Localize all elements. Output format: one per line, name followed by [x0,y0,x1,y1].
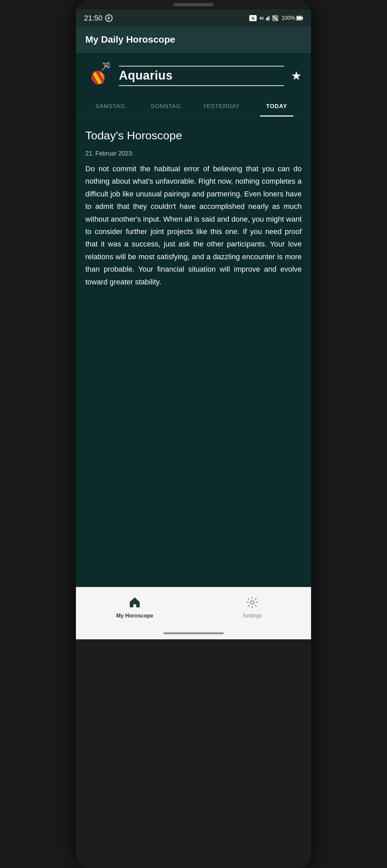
battery-display: 100% ⚡ [281,15,303,21]
notch-pill [173,3,214,6]
svg-rect-5 [266,18,267,21]
sign-name-wrapper: Aquarius [119,66,284,86]
favorite-star-button[interactable]: ★ [291,69,302,83]
tab-sonntag[interactable]: SONNTAG [138,96,194,117]
nav-settings-label: Settings [242,613,262,619]
horoscope-date: 21. Februar 2023: [85,150,302,157]
home-indicator [76,627,311,639]
sign-selector: Aquarius ★ [76,53,311,96]
home-pill [163,632,224,634]
sign-emoji [85,61,112,91]
svg-text:P: P [108,16,110,21]
status-bar: 21:50 P N 4G [76,9,311,27]
horoscope-title: Today's Horoscope [85,129,302,142]
tab-samstag[interactable]: SAMSTAG [83,96,138,117]
phone-frame: 21:50 P N 4G [76,0,311,868]
tab-today[interactable]: TODAY [249,96,304,117]
battery-percent: 100% [281,15,295,21]
svg-point-25 [250,601,254,604]
nav-settings[interactable]: Settings [194,587,311,627]
nav-my-horoscope[interactable]: My Horoscope [76,587,194,627]
svg-rect-11 [302,17,303,19]
home-svg [128,596,141,609]
app-header: My Daily Horoscope [76,27,311,53]
gear-icon [246,596,259,611]
status-time: 21:50 P [84,14,113,23]
time-display: 21:50 [84,14,102,23]
svg-text:⚡: ⚡ [297,17,301,20]
gear-svg [246,596,259,609]
svg-point-21 [107,66,109,68]
svg-rect-7 [269,16,269,21]
day-tabs: SAMSTAG SONNTAG YESTERDAY TODAY [76,96,311,117]
svg-point-22 [103,62,105,64]
battery-icon: ⚡ [296,16,303,21]
svg-text:4G: 4G [259,17,264,20]
sign-name: Aquarius [119,68,284,83]
status-icon-p: P [105,14,113,22]
svg-text:N: N [251,16,255,21]
svg-rect-6 [267,17,268,21]
home-icon [128,596,141,611]
sign-top-line [119,66,284,66]
horoscope-text: Do not commit the habitual error of beli… [85,162,302,288]
status-icons: N 4G 100% ⚡ [249,15,303,21]
tab-yesterday[interactable]: YESTERDAY [194,96,249,117]
nav-my-horoscope-label: My Horoscope [116,613,153,619]
bottom-nav: My Horoscope Settings [76,587,311,627]
n-icon: N [249,15,257,21]
sim-icon [272,15,279,21]
svg-line-24 [107,64,110,65]
aquarius-emoji [85,61,112,88]
app-title: My Daily Horoscope [85,34,175,45]
phone-top-bar [76,0,311,9]
horoscope-content: Today's Horoscope 21. Februar 2023: Do n… [76,117,311,587]
signal-icon: 4G [259,15,269,21]
